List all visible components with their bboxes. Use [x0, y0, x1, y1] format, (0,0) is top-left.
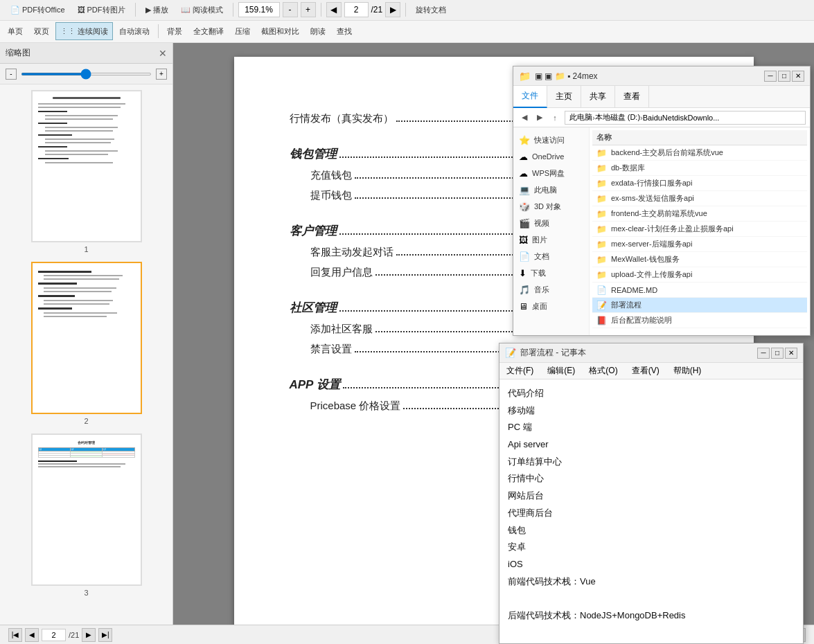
np-line-6: 行情中心	[508, 470, 795, 488]
compare-btn[interactable]: 截图和对比	[256, 22, 304, 40]
file-exsms[interactable]: 📁ex-sms-发送短信服务api	[592, 191, 807, 206]
first-page-btn[interactable]: |◀	[8, 628, 22, 642]
next-page-status-btn[interactable]: ▶	[82, 628, 96, 642]
notepad-window: 📝 部署流程 - 记事本 ─ □ ✕ 文件(F) 编辑(E) 格式(O) 查看(…	[499, 343, 804, 644]
sep1	[135, 3, 136, 17]
background-btn[interactable]: 背景	[162, 22, 187, 40]
np-menubar: 文件(F) 编辑(E) 格式(O) 查看(V) 帮助(H)	[499, 363, 803, 379]
np-line-10: 安卓	[508, 539, 795, 556]
prev-page-status-btn[interactable]: ◀	[25, 628, 39, 642]
np-content[interactable]: 代码介绍 移动端 PC 端 Api server 订单结算中心 行情中心 网站后…	[499, 379, 803, 643]
toc-text-customer: 客户管理	[290, 223, 337, 239]
zoom-out-btn[interactable]: -	[283, 2, 298, 17]
file-mexserver[interactable]: 📁mex-server-后端服务api	[592, 237, 807, 252]
fe-tab-view[interactable]: 查看	[615, 86, 649, 108]
pdf-to-office-btn[interactable]: 📄PDF转Office	[6, 1, 70, 19]
file-mexwallet[interactable]: 📁MexWallet-钱包服务	[592, 252, 807, 267]
full-translate-btn[interactable]: 全文翻译	[188, 22, 229, 40]
np-menu-file[interactable]: 文件(F)	[499, 363, 540, 379]
file-frontend[interactable]: 📁frontend-主交易前端系统vue	[592, 206, 807, 222]
fe-tab-file[interactable]: 文件	[513, 86, 547, 108]
fe-sidebar: ⭐快速访问 ☁OneDrive ☁WPS网盘 💻此电脑 🎲3D 对象 🎬视频 🖼…	[513, 127, 590, 335]
fe-path-pc: 此电脑	[569, 112, 592, 123]
fe-sidebar-docs[interactable]: 📄文档	[513, 248, 589, 265]
file-db[interactable]: 📁db-数据库	[592, 161, 807, 176]
sep2	[233, 3, 233, 17]
page-status-input[interactable]	[42, 629, 66, 641]
file-deploy[interactable]: 📝部署流程	[592, 298, 807, 313]
np-line-blank2	[508, 625, 795, 642]
fe-sidebar-3d[interactable]: 🎲3D 对象	[513, 198, 589, 215]
3d-icon: 🎲	[519, 202, 530, 212]
fe-sidebar-quickaccess[interactable]: ⭐快速访问	[513, 132, 589, 148]
thumbnail-2[interactable]: 2	[31, 262, 142, 425]
fe-sidebar-pics[interactable]: 🖼图片	[513, 231, 589, 248]
compress-btn[interactable]: 压缩	[230, 22, 255, 40]
np-maximize-btn[interactable]: □	[771, 348, 784, 359]
folder-icon: 📁	[596, 270, 607, 280]
toc-text-reply: 回复用户信息	[310, 266, 373, 279]
read-mode-btn[interactable]: 📖阅读模式	[176, 1, 228, 19]
fe-sidebar-pc[interactable]: 💻此电脑	[513, 181, 589, 198]
zoom-in-btn[interactable]: +	[301, 2, 316, 17]
double-page-btn[interactable]: 双页	[29, 22, 54, 40]
toc-text-cs: 客服主动发起对话	[310, 246, 393, 259]
fe-maximize-btn[interactable]: □	[778, 71, 790, 82]
thumbnail-zoom-slider[interactable]	[21, 73, 152, 75]
np-minimize-btn[interactable]: ─	[757, 348, 770, 359]
np-menu-help[interactable]: 帮助(H)	[666, 363, 709, 379]
desktop-icon: 🖥	[519, 301, 528, 312]
toc-text-pricebase: Pricebase 价格设置	[310, 400, 401, 413]
np-menu-format[interactable]: 格式(O)	[582, 363, 624, 379]
last-page-btn[interactable]: ▶|	[98, 628, 112, 642]
single-page-btn[interactable]: 单页	[3, 22, 28, 40]
fe-forward-btn[interactable]: ▶	[533, 111, 547, 125]
np-menu-view[interactable]: 查看(V)	[625, 363, 666, 379]
file-upload[interactable]: 📁upload-文件上传服务api	[592, 267, 807, 283]
file-exdata[interactable]: 📁exdata-行情接口服务api	[592, 176, 807, 191]
fe-sidebar-desktop[interactable]: 🖥桌面	[513, 298, 589, 314]
thumbnail-1[interactable]: 1	[31, 90, 142, 253]
fe-back-btn[interactable]: ◀	[517, 111, 531, 125]
file-backend[interactable]: 📁backend-主交易后台前端系统vue	[592, 145, 807, 161]
prev-page-toolbar-btn[interactable]: ◀	[326, 2, 342, 17]
fe-tab-home[interactable]: 主页	[547, 86, 581, 108]
folder-icon: 📁	[596, 163, 607, 173]
fe-minimize-btn[interactable]: ─	[764, 71, 777, 82]
zoom-input[interactable]	[238, 2, 280, 17]
np-close-btn[interactable]: ✕	[785, 348, 797, 359]
panel-close-btn[interactable]: ✕	[159, 48, 167, 59]
fe-up-btn[interactable]: ↑	[548, 111, 562, 125]
pdf-to-img-btn[interactable]: 🖼PDF转图片	[73, 1, 130, 19]
rotate-btn[interactable]: 旋转文档	[411, 1, 451, 19]
zoom-out-icon[interactable]: -	[6, 69, 17, 80]
fe-sidebar-wps[interactable]: ☁WPS网盘	[513, 165, 589, 181]
fe-sidebar-video[interactable]: 🎬视频	[513, 215, 589, 231]
continuous-btn[interactable]: ⋮⋮连续阅读	[55, 22, 113, 40]
np-menu-edit[interactable]: 编辑(E)	[540, 363, 582, 379]
file-readme[interactable]: 📄README.MD	[592, 283, 807, 298]
np-line-14: iOS、安卓非原生App，使用的是 WebView 混合 App	[508, 641, 795, 643]
np-title-icon: 📝	[505, 348, 516, 358]
fe-sidebar-music[interactable]: 🎵音乐	[513, 281, 589, 298]
fe-body: ⭐快速访问 ☁OneDrive ☁WPS网盘 💻此电脑 🎲3D 对象 🎬视频 🖼…	[513, 127, 810, 335]
auto-scroll-btn[interactable]: 自动滚动	[114, 22, 154, 40]
fe-sidebar-downloads[interactable]: ⬇下载	[513, 265, 589, 281]
next-page-toolbar-btn[interactable]: ▶	[385, 2, 400, 17]
zoom-in-icon[interactable]: +	[156, 69, 167, 80]
thumbnail-3[interactable]: 合约对管理 列1列2列3	[31, 433, 142, 597]
toolbar-bottom: 单页 双页 ⋮⋮连续阅读 自动滚动 背景 全文翻译 压缩 截图和对比 朗读 查找	[0, 21, 814, 42]
file-mexclear[interactable]: 📁mex-clear-计划任务止盈止损服务api	[592, 222, 807, 237]
read-aloud-btn[interactable]: 朗读	[306, 22, 330, 40]
search-btn[interactable]: 查找	[332, 22, 357, 40]
fe-ribbon: 文件 主页 共享 查看	[513, 86, 810, 108]
fe-tab-share[interactable]: 共享	[581, 86, 615, 108]
page-number-input[interactable]	[344, 2, 369, 17]
file-config[interactable]: 📕后台配置功能说明	[592, 313, 807, 328]
fe-sidebar-onedrive[interactable]: ☁OneDrive	[513, 148, 589, 165]
fe-filelist: 名称 📁backend-主交易后台前端系统vue 📁db-数据库 📁exdata…	[590, 127, 810, 335]
fe-close-btn[interactable]: ✕	[792, 71, 804, 82]
fe-address-path[interactable]: 此电脑 › 本地磁盘 (D:) › BaiduNetdiskDownlo...	[565, 111, 806, 125]
file-explorer-window: 📁 ▣ ▣ 📁 ▪ 24mex ─ □ ✕ 文件 主页 共享 查看 ◀ ▶ ↑ …	[513, 66, 811, 336]
play-btn[interactable]: ▶播放	[141, 1, 173, 19]
